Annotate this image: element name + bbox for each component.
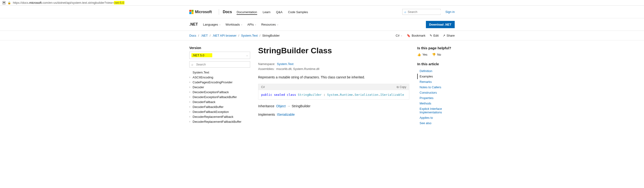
toc-item[interactable]: DecoderExceptionFallbackBuffer	[189, 95, 250, 100]
thumbs-up-icon: 👍	[417, 53, 421, 56]
in-article-title: In this article	[417, 62, 455, 66]
nav-code-samples[interactable]: Code Samples	[288, 10, 308, 14]
right-sidebar: Is this page helpful? 👍Yes 👎No In this a…	[417, 46, 455, 126]
inheritance-link[interactable]: Object	[276, 104, 286, 108]
article-nav-item[interactable]: Constructors	[417, 90, 455, 95]
bc-docs[interactable]: Docs	[189, 34, 196, 37]
toc-item[interactable]: DecoderFallback	[189, 100, 250, 105]
edit-button[interactable]: ✎Edit	[430, 34, 438, 37]
docs-brand[interactable]: Docs	[223, 10, 232, 14]
microsoft-label: Microsoft	[195, 10, 212, 14]
bc-net[interactable]: .NET	[201, 34, 208, 37]
chevron-down-icon: ⌄	[246, 54, 248, 57]
article-nav: Definition Examples Remarks Notes to Cal…	[417, 68, 455, 126]
copy-button[interactable]: ⧉Copy	[397, 85, 406, 89]
feedback-buttons: 👍Yes 👎No	[417, 53, 455, 56]
code-body: public sealed class StringBuilder : Syst…	[258, 90, 409, 99]
toc-item[interactable]: Decoder	[189, 85, 250, 90]
article-nav-item[interactable]: Applies to	[417, 115, 455, 120]
code-lang-label: C#	[261, 85, 265, 89]
assemblies-row: Assemblies: mscorlib.dll, System.Runtime…	[258, 67, 409, 71]
page-actions: C#⌄ 🔖Bookmark ✎Edit ↗Share	[396, 34, 455, 37]
breadcrumb: Docs/ .NET/ .NET API browser/ System.Tex…	[189, 34, 280, 37]
summary-text: Represents a mutable string of character…	[258, 75, 409, 79]
chevron-down-icon: ⌄	[241, 23, 243, 26]
toc-search-input[interactable]	[196, 63, 248, 66]
nav-learn[interactable]: Learn	[262, 10, 270, 14]
shield-icon: ⛊	[2, 1, 6, 5]
toc-search[interactable]: ⌕	[189, 61, 250, 68]
lock-icon: 🔒	[8, 1, 11, 5]
pencil-icon: ✎	[430, 34, 432, 37]
toc-item[interactable]: System.Text	[189, 70, 250, 75]
article-nav-item[interactable]: See also	[417, 120, 455, 126]
chevron-down-icon: ⌄	[219, 23, 221, 26]
share-icon: ↗	[443, 34, 445, 37]
toc-item[interactable]: DecoderReplacementFallback	[189, 114, 250, 119]
version-select[interactable]: .NET 5.0 ⌄	[189, 52, 250, 59]
namespace-row: Namespace: System.Text	[258, 62, 409, 66]
article-nav-item[interactable]: Notes to Callers	[417, 84, 455, 90]
helpful-title: Is this page helpful?	[417, 46, 455, 50]
thumbs-down-icon: 👎	[432, 53, 436, 56]
search-input[interactable]	[408, 10, 447, 14]
dotnet-brand[interactable]: .NET	[189, 22, 198, 27]
nav-documentation[interactable]: Documentation	[236, 10, 257, 15]
microsoft-icon	[189, 10, 194, 14]
implements-link[interactable]: ISerializable	[277, 113, 294, 116]
article-nav-item[interactable]: Explicit Interface Implementations	[417, 106, 455, 115]
version-label: Version	[189, 46, 250, 50]
nav-resources[interactable]: Resources⌄	[261, 23, 278, 26]
article-content: StringBuilder Class Namespace: System.Te…	[258, 46, 409, 126]
page-title: StringBuilder Class	[258, 46, 409, 55]
implements-row: Implements ISerializable	[258, 113, 409, 116]
signin-link[interactable]: Sign in	[445, 10, 455, 14]
inheritance-row: Inheritance Object→StringBuilder	[258, 104, 409, 108]
url-text[interactable]: https://docs.microsoft.com/en-us/dotnet/…	[13, 1, 124, 5]
bc-api[interactable]: .NET API browser	[212, 34, 236, 37]
chevron-down-icon: ⌄	[401, 34, 402, 37]
article-nav-item[interactable]: Remarks	[417, 79, 455, 84]
primary-nav: Documentation Learn Q&A Code Samples	[236, 10, 313, 14]
article-nav-item[interactable]: Properties	[417, 95, 455, 101]
toc-item[interactable]: DecoderFallbackBuffer	[189, 105, 250, 109]
feedback-yes[interactable]: 👍Yes	[417, 53, 427, 56]
global-search[interactable]: ⌕	[402, 9, 441, 15]
secondary-nav: .NET Languages⌄ Workloads⌄ APIs⌄ Resourc…	[0, 18, 644, 31]
search-icon: ⌕	[404, 10, 406, 14]
namespace-link[interactable]: System.Text	[277, 62, 294, 66]
bc-ns[interactable]: System.Text	[241, 34, 258, 37]
share-button[interactable]: ↗Share	[443, 34, 455, 37]
toc-list: System.Text ASCIIEncoding CodePagesEncod…	[189, 70, 250, 124]
chevron-down-icon: ⌄	[277, 23, 279, 26]
download-button[interactable]: Download .NET	[426, 21, 455, 28]
article-nav-item[interactable]: Methods	[417, 101, 455, 106]
nav-workloads[interactable]: Workloads⌄	[226, 23, 243, 26]
nav-apis[interactable]: APIs⌄	[247, 23, 256, 26]
toc-item[interactable]: DecoderReplacementFallbackBuffer	[189, 119, 250, 124]
nav-languages[interactable]: Languages⌄	[203, 23, 221, 26]
toc-item[interactable]: ASCIIEncoding	[189, 75, 250, 80]
divider	[219, 9, 219, 15]
chevron-down-icon: ⌄	[254, 23, 256, 26]
global-header: Microsoft Docs Documentation Learn Q&A C…	[0, 6, 644, 18]
browser-url-bar: ⛊ 🔒 https://docs.microsoft.com/en-us/dot…	[0, 0, 644, 6]
language-switcher[interactable]: C#⌄	[396, 34, 403, 37]
article-nav-item[interactable]: Examples	[417, 74, 455, 79]
copy-icon: ⧉	[397, 85, 399, 89]
bookmark-icon: 🔖	[407, 34, 410, 37]
article-nav-item[interactable]: Definition	[417, 68, 455, 74]
bc-current: StringBuilder	[262, 34, 280, 37]
bookmark-button[interactable]: 🔖Bookmark	[407, 34, 426, 37]
toc-item[interactable]: DecoderExceptionFallback	[189, 90, 250, 95]
toc-item[interactable]: CodePagesEncodingProvider	[189, 80, 250, 85]
microsoft-logo[interactable]: Microsoft	[189, 10, 212, 14]
nav-qa[interactable]: Q&A	[276, 10, 282, 14]
code-block: C# ⧉Copy public sealed class StringBuild…	[258, 84, 409, 100]
search-icon: ⌕	[192, 63, 193, 66]
breadcrumb-row: Docs/ .NET/ .NET API browser/ System.Tex…	[0, 31, 644, 40]
feedback-no[interactable]: 👎No	[432, 53, 441, 56]
toc-item[interactable]: DecoderFallbackException	[189, 109, 250, 114]
toc-sidebar: Version .NET 5.0 ⌄ ⌕ System.Text ASCIIEn…	[189, 46, 250, 126]
